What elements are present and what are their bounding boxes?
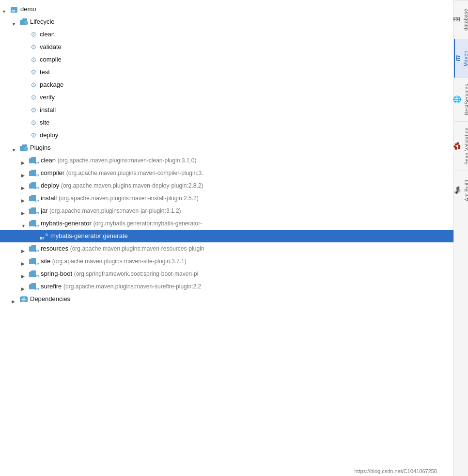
plugin-clean-arrow bbox=[21, 157, 28, 164]
sidebar-tab-maven[interactable]: m Maven bbox=[454, 39, 468, 78]
plugin-spring-boot-arrow bbox=[21, 270, 28, 277]
plugin-install[interactable]: m install (org.apache.maven.plugins:mave… bbox=[0, 192, 453, 205]
plugin-compiler-label: compiler (org.apache.maven.plugins:maven… bbox=[41, 168, 203, 178]
plugin-jar-icon: m bbox=[29, 206, 39, 215]
plugin-compiler-icon: m bbox=[29, 169, 39, 177]
ant-tab-label: Ant Build bbox=[464, 179, 468, 201]
dependencies-icon bbox=[19, 295, 28, 303]
gear-icon: ⚙ bbox=[29, 118, 38, 127]
tree-root-demo[interactable]: m demo bbox=[0, 3, 453, 16]
lifecycle-item-test[interactable]: ⚙ test bbox=[0, 66, 453, 79]
lifecycle-item-package[interactable]: ⚙ package bbox=[0, 79, 453, 91]
generate-icon: m ⚙ bbox=[39, 232, 48, 240]
plugin-jar-arrow bbox=[21, 207, 28, 214]
lifecycle-folder-icon: ⚙ bbox=[19, 17, 28, 26]
plugin-site-icon: m bbox=[29, 257, 39, 266]
plugin-mybatis-generator[interactable]: m mybatis-generator (org.mybatis.generat… bbox=[0, 217, 453, 230]
plugin-site-arrow bbox=[21, 258, 28, 265]
lifecycle-item-verify[interactable]: ⚙ verify bbox=[0, 91, 453, 104]
plugin-resources-arrow bbox=[21, 245, 28, 252]
lifecycle-test-label: test bbox=[40, 67, 50, 78]
plugin-compiler[interactable]: m compiler (org.apache.maven.plugins:mav… bbox=[0, 167, 453, 179]
database-tab-label: database bbox=[463, 9, 468, 31]
lifecycle-item-compile[interactable]: ⚙ compile bbox=[0, 53, 453, 66]
lifecycle-site-label: site bbox=[40, 117, 49, 128]
plugin-surefire-arrow bbox=[21, 283, 28, 290]
plugin-resources[interactable]: m resources (org.apache.maven.plugins:ma… bbox=[0, 242, 453, 255]
lifecycle-label: Lifecycle bbox=[30, 16, 55, 27]
gear-icon: ⚙ bbox=[29, 43, 38, 51]
gear-icon: ⚙ bbox=[29, 106, 38, 114]
maven-tool-window: m demo ⚙ Lifecycle ⚙ clean ⚙ validate ⚙ … bbox=[0, 0, 453, 476]
plugin-install-label: install (org.apache.maven.plugins:maven-… bbox=[41, 193, 199, 204]
maven-module-icon: m bbox=[10, 5, 18, 14]
plugin-clean-icon: m bbox=[29, 156, 39, 165]
ant-icon: 🐜 bbox=[453, 186, 461, 194]
gear-icon: ⚙ bbox=[29, 68, 38, 77]
plugin-site[interactable]: m site (org.apache.maven.plugins:maven-s… bbox=[0, 255, 453, 268]
plugin-compiler-arrow bbox=[21, 170, 28, 176]
svg-text:⚙: ⚙ bbox=[25, 21, 28, 25]
plugin-spring-boot[interactable]: m spring-boot (org.springframework.boot:… bbox=[0, 268, 453, 280]
maven-tab-label: Maven bbox=[463, 50, 468, 66]
maven-icon: m bbox=[453, 55, 461, 61]
dependencies-node[interactable]: Dependencies bbox=[0, 293, 453, 305]
plugin-spring-boot-icon: m bbox=[29, 270, 39, 278]
plugin-clean[interactable]: m clean (org.apache.maven.plugins:maven-… bbox=[0, 154, 453, 167]
lifecycle-item-validate[interactable]: ⚙ validate bbox=[0, 41, 453, 53]
dependencies-arrow bbox=[12, 296, 18, 302]
bean-tab-label: Bean Validation bbox=[464, 127, 468, 165]
plugin-deploy-label: deploy (org.apache.maven.plugins:maven-d… bbox=[41, 180, 203, 191]
lifecycle-node[interactable]: ⚙ Lifecycle bbox=[0, 16, 453, 28]
plugins-folder-icon: ⚙ bbox=[19, 143, 28, 152]
lifecycle-item-site[interactable]: ⚙ site bbox=[0, 116, 453, 129]
plugins-arrow bbox=[12, 144, 18, 151]
plugins-label: Plugins bbox=[30, 143, 51, 153]
gear-icon: ⚙ bbox=[29, 131, 38, 140]
lifecycle-clean-label: clean bbox=[40, 29, 55, 40]
right-sidebar: 🗄 database m Maven 🌐 RestServices 🫘 Bean… bbox=[453, 0, 468, 476]
lifecycle-item-clean[interactable]: ⚙ clean bbox=[0, 28, 453, 41]
plugin-surefire-label: surefire (org.apache.maven.plugins:maven… bbox=[41, 281, 201, 292]
gear-icon: ⚙ bbox=[29, 30, 38, 39]
lifecycle-validate-label: validate bbox=[40, 42, 62, 52]
plugin-resources-icon: m bbox=[29, 244, 39, 253]
lifecycle-arrow bbox=[12, 18, 18, 25]
plugin-resources-label: resources (org.apache.maven.plugins:mave… bbox=[41, 243, 204, 254]
sidebar-tab-bean-validation[interactable]: 🫘 Bean Validation bbox=[454, 121, 468, 171]
plugin-jar[interactable]: m jar (org.apache.maven.plugins:maven-ja… bbox=[0, 205, 453, 217]
lifecycle-compile-label: compile bbox=[40, 54, 62, 65]
sidebar-tab-database[interactable]: 🗄 database bbox=[454, 0, 468, 39]
plugin-surefire[interactable]: m surefire (org.apache.maven.plugins:mav… bbox=[0, 280, 453, 293]
plugin-clean-label: clean (org.apache.maven.plugins:maven-cl… bbox=[41, 155, 197, 166]
gear-icon: ⚙ bbox=[29, 93, 38, 102]
plugin-install-arrow bbox=[21, 195, 28, 202]
lifecycle-package-label: package bbox=[40, 79, 63, 90]
sidebar-tab-rest[interactable]: 🌐 RestServices bbox=[454, 78, 468, 121]
bottom-link: https://blog.csdn.net/C1041067258 bbox=[354, 468, 437, 474]
lifecycle-install-label: install bbox=[40, 105, 56, 115]
lifecycle-item-install[interactable]: ⚙ install bbox=[0, 104, 453, 116]
plugin-jar-label: jar (org.apache.maven.plugins:maven-jar-… bbox=[41, 206, 181, 216]
root-label: demo bbox=[20, 4, 36, 15]
plugin-deploy[interactable]: m deploy (org.apache.maven.plugins:maven… bbox=[0, 179, 453, 192]
lifecycle-item-deploy[interactable]: ⚙ deploy bbox=[0, 129, 453, 142]
expand-arrow bbox=[2, 6, 9, 13]
svg-rect-7 bbox=[21, 296, 27, 297]
plugin-deploy-arrow bbox=[21, 182, 28, 189]
gear-icon: ⚙ bbox=[29, 80, 38, 89]
lifecycle-verify-label: verify bbox=[40, 92, 55, 103]
svg-text:m: m bbox=[12, 8, 15, 13]
plugin-mybatis-icon: m bbox=[29, 219, 39, 228]
plugin-mybatis-label: mybatis-generator (org.mybatis.generator… bbox=[41, 218, 202, 229]
sidebar-tab-ant-build[interactable]: 🐜 Ant Build bbox=[454, 171, 468, 209]
gear-icon: ⚙ bbox=[29, 55, 38, 64]
plugin-site-label: site (org.apache.maven.plugins:maven-sit… bbox=[41, 256, 187, 267]
plugins-node[interactable]: ⚙ Plugins bbox=[0, 142, 453, 154]
database-icon: 🗄 bbox=[453, 16, 461, 23]
rest-tab-label: RestServices bbox=[464, 84, 468, 115]
plugin-mybatis-arrow bbox=[21, 220, 28, 227]
plugin-mybatis-generate[interactable]: m ⚙ mybatis-generator:generate bbox=[0, 230, 453, 242]
plugin-surefire-icon: m bbox=[29, 282, 39, 291]
rest-icon: 🌐 bbox=[453, 95, 461, 104]
